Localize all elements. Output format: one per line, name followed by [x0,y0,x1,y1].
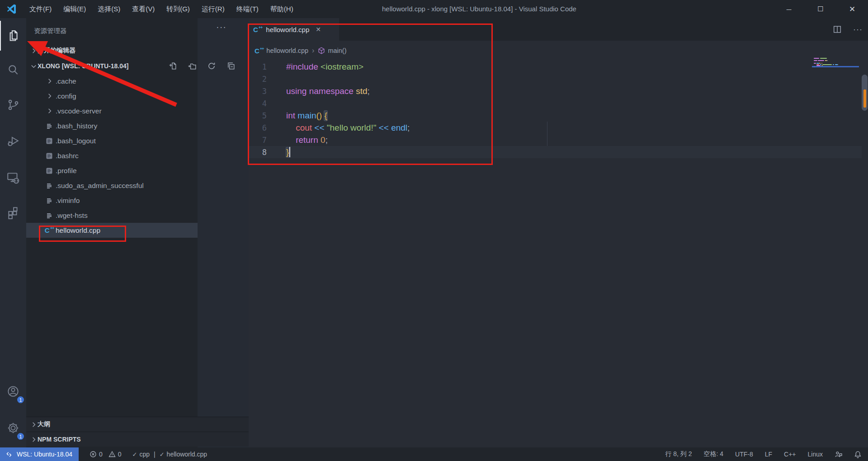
close-button[interactable]: ✕ [836,0,868,18]
tree-item-helloworld-cpp[interactable]: C++helloworld.cpp [26,223,198,238]
tree-item-label: .vscode-server [56,107,102,115]
new-file-icon[interactable] [168,61,178,71]
tree-item--bash-history[interactable]: .bash_history [26,118,198,133]
open-editors-section[interactable]: 打开的编辑器 [26,43,249,58]
box-file-icon [44,152,54,160]
search-icon[interactable] [0,57,26,83]
menu-item-0[interactable]: 文件(F) [24,0,57,18]
more-actions-icon[interactable]: ··· [216,22,226,32]
status-right: 行 8, 列 2空格: 4UTF-8LFC++Linux [665,450,862,458]
settings-gear-icon[interactable]: 1 [0,415,26,441]
outline-label: 大纲 [38,420,50,428]
tab-helloworld-cpp[interactable]: C++ helloworld.cpp ✕ [249,18,339,41]
maximize-button[interactable]: ☐ [805,0,836,18]
menu-item-5[interactable]: 运行(R) [196,0,231,18]
breadcrumb-file[interactable]: C++ helloworld.cpp [255,47,308,54]
explorer-icon[interactable] [0,24,26,49]
menu-item-7[interactable]: 帮助(H) [264,0,299,18]
chevron-right-icon [29,47,38,54]
npm-scripts-section[interactable]: NPM SCRIPTS [26,432,249,447]
tree-item-label: .wget-hsts [56,212,88,220]
tree-item-label: .bash_history [56,122,97,130]
tree-item--bash-logout[interactable]: .bash_logout [26,133,198,148]
tree-item-label: .sudo_as_admin_successful [56,182,144,190]
status-item-1[interactable]: 空格: 4 [703,450,723,458]
menu-item-1[interactable]: 编辑(E) [57,0,92,18]
open-editors-label: 打开的编辑器 [38,47,75,55]
tab-close-icon[interactable]: ✕ [316,26,321,33]
sidebar-header: 资源管理器 ··· [26,18,249,43]
code-line-2: 2 [249,73,862,85]
text-file-icon [44,182,54,189]
tree-item--cache[interactable]: .cache [26,74,198,89]
status-item-5[interactable]: Linux [808,451,823,458]
tree-item--viminfo[interactable]: .viminfo [26,193,198,208]
tree-item--profile[interactable]: .profile [26,163,198,178]
extensions-icon[interactable] [0,200,26,225]
text-file-icon [44,212,54,219]
collapse-all-icon[interactable] [226,61,236,71]
tree-item--sudo-as-admin-successful[interactable]: .sudo_as_admin_successful [26,178,198,193]
warning-icon [108,451,116,458]
feedback-icon[interactable] [835,451,842,458]
cpp-file-icon: C++ [253,26,262,33]
overview-ruler-marker [863,89,866,108]
remote-indicator[interactable]: WSL: Ubuntu-18.04 [0,447,79,461]
symbol-method-icon [318,47,325,54]
tab-strip: C++ helloworld.cpp ✕ ··· [249,18,868,41]
chevron-right-icon [44,93,54,99]
file-tree: .cache.config.vscode-server.bash_history… [26,74,198,238]
split-editor-icon[interactable] [833,25,841,33]
tab-label: helloworld.cpp [266,26,309,33]
notifications-bell-icon[interactable] [854,451,862,458]
menu-item-2[interactable]: 选择(S) [92,0,126,18]
menu-item-6[interactable]: 终端(T) [231,0,264,18]
window-controls: ─ ☐ ✕ [773,0,868,18]
chevron-right-icon [44,78,54,85]
problems-indicator[interactable]: 0 0 [90,451,122,458]
accounts-badge: 1 [16,395,25,404]
accounts-icon[interactable]: 1 [0,379,26,404]
remote-explorer-icon[interactable] [0,165,26,190]
status-item-0[interactable]: 行 8, 列 2 [665,450,692,458]
vscode-logo-icon [6,4,17,14]
check-icon: ✓ [160,451,165,458]
editor-group[interactable]: C++ helloworld.cpp ✕ ··· C++ helloworld.… [249,18,868,447]
menu-item-3[interactable]: 查看(V) [126,0,160,18]
sidebar-title: 资源管理器 [34,27,67,35]
refresh-icon[interactable] [207,61,217,71]
run-debug-icon[interactable] [0,128,26,154]
tree-item--vscode-server[interactable]: .vscode-server [26,103,198,118]
text-file-icon [44,197,54,204]
status-item-3[interactable]: LF [765,451,772,458]
remote-icon [6,451,13,458]
code-line-3: 3using namespace std; [249,85,862,97]
lang-status[interactable]: ✓ cpp | ✓ helloworld.cpp [132,451,208,458]
more-actions-icon[interactable]: ··· [853,25,863,34]
menu-item-4[interactable]: 转到(G) [160,0,196,18]
new-folder-icon[interactable] [187,61,197,71]
tree-item--wget-hsts[interactable]: .wget-hsts [26,208,198,223]
status-item-4[interactable]: C++ [784,451,796,458]
minimize-button[interactable]: ─ [773,0,805,18]
code-editor[interactable]: 1#include <iostream>23using namespace st… [249,61,862,158]
cpp-file-icon: C++ [44,227,54,234]
tree-item-label: .viminfo [56,197,80,205]
title-bar: 文件(F)编辑(E)选择(S)查看(V)转到(G)运行(R)终端(T)帮助(H)… [0,0,868,18]
source-control-icon[interactable] [0,92,26,118]
minimap[interactable] [812,58,859,89]
window-title: helloworld.cpp - xlong [WSL: Ubuntu-18.0… [382,0,576,18]
tree-item--config[interactable]: .config [26,89,198,103]
activity-bar: 1 1 [0,18,26,447]
workspace-section[interactable]: XLONG [WSL: UBUNTU-18.04] [26,58,249,74]
box-file-icon [44,137,54,145]
tree-item--bashrc[interactable]: .bashrc [26,148,198,163]
explorer-sidebar: 资源管理器 ··· 打开的编辑器 XLONG [WSL: UBUNTU-18.0… [26,18,249,447]
chevron-right-icon [29,436,38,443]
outline-section[interactable]: 大纲 [26,417,249,432]
workspace-label: XLONG [WSL: UBUNTU-18.04] [38,62,128,70]
breadcrumb-symbol[interactable]: main() [318,47,346,54]
breadcrumb: C++ helloworld.cpp › main() [249,41,868,61]
status-item-2[interactable]: UTF-8 [735,451,753,458]
vscode-window: 文件(F)编辑(E)选择(S)查看(V)转到(G)运行(R)终端(T)帮助(H)… [0,0,868,461]
